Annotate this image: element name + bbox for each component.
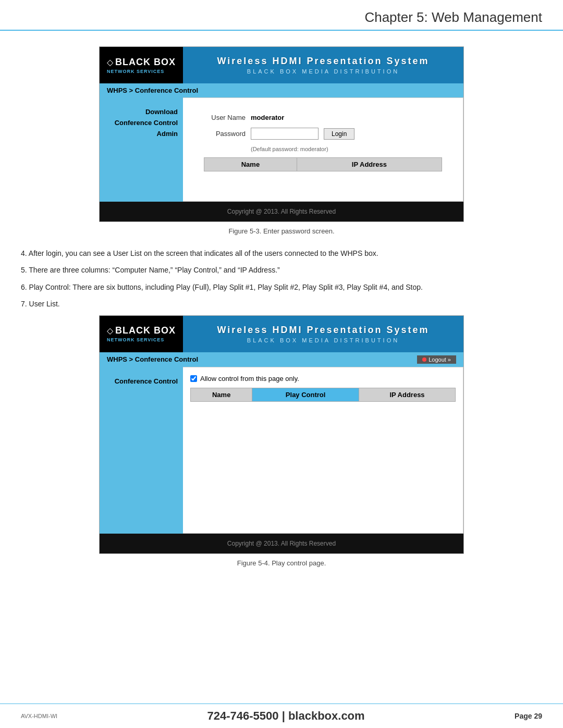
fig4-footer: Copyright @ 2013. All Rights Reserved — [100, 534, 463, 553]
fig4-table: Name Play Control IP Address — [190, 388, 456, 402]
allow-control-row: Allow control from this page only. — [190, 375, 456, 382]
chapter-title: Chapter 5: Web Management — [364, 9, 542, 26]
fig4-main: Allow control from this page only. Name … — [183, 367, 463, 534]
fig3-copyright: Copyright @ 2013. All Rights Reserved — [227, 208, 336, 215]
diamond-icon: ◇ — [107, 57, 113, 67]
logout-button[interactable]: Logout » — [417, 355, 456, 364]
fig3-caption: Figure 5-3. Enter password screen. — [21, 227, 542, 235]
fig4-brand: BLACK BOX — [115, 325, 176, 336]
username-label: User Name — [204, 114, 246, 121]
fig3-body: Download Conference Control Admin User N… — [100, 97, 463, 202]
fig3-brand: BLACK BOX — [115, 57, 176, 68]
col-ip: IP Address — [297, 158, 442, 171]
fig3-title-sub: BLACK BOX MEDIA DISTRIBUTION — [247, 68, 399, 75]
fig4-breadcrumb-bar: WHPS > Conference Control Logout » — [100, 352, 463, 367]
fig4-col-name: Name — [191, 388, 252, 401]
fig3-title-main: Wireless HDMI Presentation System — [217, 56, 430, 67]
fig4-body: Conference Control Allow control from th… — [100, 367, 463, 534]
username-row: User Name moderator — [204, 114, 442, 121]
fig4-diamond-icon: ◇ — [107, 326, 113, 336]
fig4-logo-area: ◇ BLACK BOX NETWORK SERVICES — [100, 316, 183, 352]
login-button[interactable]: Login — [324, 128, 354, 140]
fig4-title-sub: BLACK BOX MEDIA DISTRIBUTION — [247, 337, 399, 343]
logout-label: Logout » — [429, 356, 451, 363]
footer-model: AVX-HDMI-WI — [21, 713, 57, 719]
col-name: Name — [204, 158, 297, 171]
fig3-sidebar-conference[interactable]: Conference Control — [105, 119, 178, 127]
footer-phone: 724-746-5500 | blackbox.com — [207, 709, 365, 723]
allow-control-checkbox[interactable] — [190, 375, 197, 382]
login-hint: (Default password: moderator) — [251, 146, 442, 152]
fig4-title-area: Wireless HDMI Presentation System BLACK … — [183, 316, 463, 352]
page-header: Chapter 5: Web Management — [0, 0, 563, 31]
fig3-header: ◇ BLACK BOX NETWORK SERVICES Wireless HD… — [100, 47, 463, 83]
fig4-header: ◇ BLACK BOX NETWORK SERVICES Wireless HD… — [100, 316, 463, 352]
fig4-col-play: Play Control — [252, 388, 359, 401]
fig3-network-services: NETWORK SERVICES — [107, 69, 164, 74]
fig3-sidebar-admin[interactable]: Admin — [105, 130, 178, 138]
fig4-copyright: Copyright @ 2013. All Rights Reserved — [227, 540, 336, 547]
login-form: User Name moderator Password Login (Defa… — [193, 108, 452, 182]
fig3-breadcrumb: WHPS > Conference Control — [100, 83, 463, 97]
fig4-logo: ◇ BLACK BOX — [107, 325, 176, 336]
logout-dot-icon — [422, 357, 426, 362]
password-input[interactable] — [251, 128, 319, 140]
fig4-col-ip: IP Address — [359, 388, 455, 401]
fig3-breadcrumb-text: WHPS > Conference Control — [107, 87, 198, 94]
password-row: Password Login — [204, 128, 442, 140]
fig4-breadcrumb-text: WHPS > Conference Control — [107, 355, 198, 363]
fig4-sidebar: Conference Control — [100, 367, 183, 534]
fig4-title-main: Wireless HDMI Presentation System — [217, 325, 430, 336]
main-content: ◇ BLACK BOX NETWORK SERVICES Wireless HD… — [0, 31, 563, 621]
fig3-main: User Name moderator Password Login (Defa… — [183, 97, 463, 202]
fig3-table: Name IP Address — [204, 157, 442, 171]
fig4-caption: Figure 5-4. Play control page. — [21, 559, 542, 567]
figure3-screenshot: ◇ BLACK BOX NETWORK SERVICES Wireless HD… — [99, 46, 464, 222]
allow-control-label: Allow control from this page only. — [200, 375, 299, 382]
fig3-sidebar-download[interactable]: Download — [105, 108, 178, 116]
fig3-title-area: Wireless HDMI Presentation System BLACK … — [183, 47, 463, 83]
body-para-5: 5. There are three columns: “Computer Na… — [21, 264, 542, 276]
fig3-logo: ◇ BLACK BOX — [107, 57, 176, 68]
username-value: moderator — [251, 114, 284, 121]
fig4-sidebar-conference[interactable]: Conference Control — [105, 377, 178, 385]
footer-page: Page 29 — [515, 712, 542, 720]
fig3-sidebar: Download Conference Control Admin — [100, 97, 183, 202]
fig3-logo-area: ◇ BLACK BOX NETWORK SERVICES — [100, 47, 183, 83]
fig3-footer: Copyright @ 2013. All Rights Reserved — [100, 202, 463, 221]
body-para-7: 7. User List. — [21, 298, 542, 310]
body-para-4: 4. After login, you can see a User List … — [21, 248, 542, 259]
fig4-network-services: NETWORK SERVICES — [107, 337, 164, 342]
figure4-screenshot: ◇ BLACK BOX NETWORK SERVICES Wireless HD… — [99, 315, 464, 554]
body-para-6: 6. Play Control: There are six buttons, … — [21, 281, 542, 293]
page-footer: AVX-HDMI-WI 724-746-5500 | blackbox.com … — [0, 704, 563, 728]
password-label: Password — [204, 130, 246, 138]
